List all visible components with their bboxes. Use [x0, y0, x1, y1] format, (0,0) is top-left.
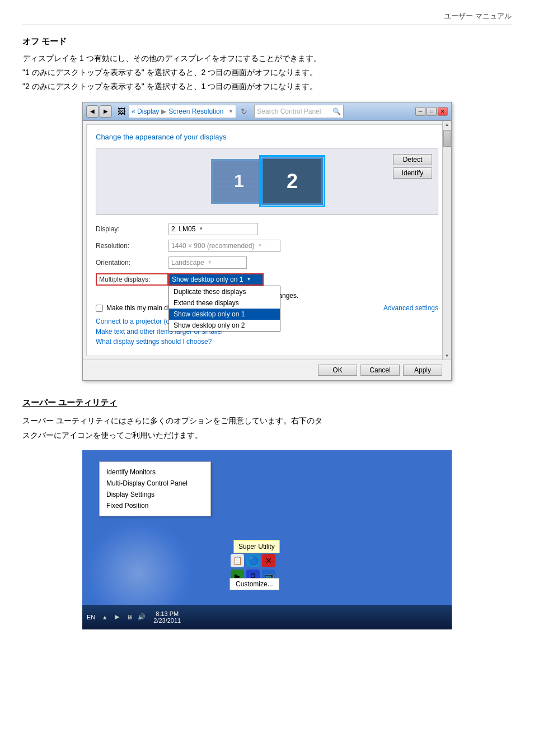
multiple-displays-label: Multiple displays: — [96, 273, 168, 286]
scrollbar-thumb[interactable] — [443, 130, 451, 147]
section1-text3: "2 のみにデスクトップを表示する" を選択すると、1 つ目の画面がオフになりま… — [22, 80, 512, 94]
search-icon[interactable]: 🔍 — [332, 108, 341, 115]
multiple-displays-menu: Duplicate these displays Extend these di… — [168, 286, 280, 332]
search-box: Search Control Panel 🔍 — [254, 105, 344, 118]
taskbar-language: EN — [87, 614, 95, 620]
back-button[interactable]: ◀ — [86, 105, 99, 118]
multiple-displays-selected[interactable]: Show desktop only on 1 ▼ — [168, 273, 264, 286]
identify-button[interactable]: Identify — [393, 167, 432, 179]
titlebar-left: ◀ ▶ 🖼 « Display ▶ Screen Resolution ▼ ↻ … — [86, 105, 344, 118]
tray-icon-3[interactable]: ✕ — [262, 554, 275, 567]
tray-icon-1[interactable]: 📋 — [231, 554, 244, 567]
taskbar-bottom: EN ▲ ▶ 🖥 🔊 8:13 PM 2/23/2011 — [82, 605, 452, 629]
orientation-value: Landscape — [171, 259, 204, 267]
section2-heading: スーパー ユーティリティ — [22, 398, 512, 408]
folder-icon: 🖼 — [118, 107, 125, 116]
search-placeholder: Search Control Panel — [257, 108, 321, 115]
display-settings-link[interactable]: What display settings should I choose? — [96, 338, 438, 346]
monitor-icons: 1 2 — [211, 157, 323, 205]
forward-button[interactable]: ▶ — [100, 105, 112, 118]
display-row: Display: 2. LM05 — [96, 223, 438, 235]
resolution-value: 1440 × 900 (recommended) — [171, 242, 254, 250]
orientation-control: Landscape ▼ — [168, 256, 247, 269]
taskbar-date: 2/23/2011 — [153, 617, 181, 624]
ok-button[interactable]: OK — [318, 365, 357, 376]
nav-buttons: ◀ ▶ — [86, 105, 112, 118]
monitors-area: 1 2 Detect Identify — [96, 148, 438, 215]
tray-row-1: 📋 🔵 ✕ — [231, 554, 275, 567]
taskbar-icon-1[interactable]: ▲ — [100, 612, 110, 622]
dialog-main-heading: Change the appearance of your displays — [96, 133, 438, 141]
breadcrumb-display: « Display — [132, 108, 159, 115]
dialog-content: Change the appearance of your displays 1… — [86, 124, 448, 357]
dropdown-item-duplicate[interactable]: Duplicate these displays — [169, 286, 280, 297]
section1-text2: "1 のみにデスクトップを表示する" を選択すると、2 つ目の画面がオフになりま… — [22, 66, 512, 80]
titlebar-controls: ─ □ ✕ — [415, 107, 448, 116]
dialog-body: Change the appearance of your displays 1… — [83, 121, 451, 360]
dropdown-arrow: ▼ — [246, 277, 251, 282]
menu-multi-display[interactable]: Multi-Display Control Panel — [106, 478, 204, 489]
close-button[interactable]: ✕ — [438, 107, 448, 116]
orientation-arrow: ▼ — [208, 260, 212, 265]
customize-button[interactable]: Customize... — [229, 578, 279, 590]
breadcrumb-resolution: Screen Resolution — [168, 108, 223, 115]
orientation-row: Orientation: Landscape ▼ — [96, 256, 438, 269]
display-value: 2. LM05 — [171, 225, 195, 233]
resolution-arrow: ▼ — [257, 243, 262, 248]
menu-fixed-position[interactable]: Fixed Position — [106, 500, 204, 511]
taskbar-icon-2[interactable]: ▶ — [112, 612, 122, 622]
orientation-label: Orientation: — [96, 259, 168, 267]
cancel-button[interactable]: Cancel — [360, 365, 400, 376]
refresh-icon[interactable]: ↻ — [241, 107, 247, 116]
dialog-titlebar: ◀ ▶ 🖼 « Display ▶ Screen Resolution ▼ ↻ … — [83, 102, 451, 121]
section1-text1: ディスプレイを 1 つ有効にし、その他のディスプレイをオフにすることができます。 — [22, 52, 512, 66]
section1-heading: オフ モード — [22, 36, 512, 47]
resolution-control: 1440 × 900 (recommended) ▼ — [168, 240, 280, 252]
screen-resolution-dialog: ◀ ▶ 🖼 « Display ▶ Screen Resolution ▼ ↻ … — [82, 102, 452, 381]
selected-value: Show desktop only on 1 — [172, 276, 243, 283]
breadcrumb-arrow[interactable]: ▼ — [228, 108, 233, 114]
detect-identify-buttons: Detect Identify — [393, 154, 432, 179]
super-utility-popup-menu: Identify Monitors Multi-Display Control … — [99, 461, 211, 516]
customize-area: Customize... — [229, 578, 279, 590]
display-label: Display: — [96, 225, 168, 233]
section1-text: ディスプレイを 1 つ有効にし、その他のディスプレイをオフにすることができます。… — [22, 52, 512, 94]
scrollbar[interactable]: ▲ ▼ — [442, 121, 451, 360]
scroll-up-button[interactable]: ▲ — [443, 121, 451, 129]
dropdown-item-show2[interactable]: Show desktop only on 2 — [169, 320, 280, 331]
scroll-down-button[interactable]: ▼ — [443, 352, 451, 360]
advanced-settings-link[interactable]: Advanced settings — [383, 304, 438, 312]
page-title: ユーザー マニュアル — [22, 11, 512, 25]
taskbar-clock: 8:13 PM 2/23/2011 — [151, 610, 181, 624]
taskbar-time: 8:13 PM — [153, 610, 181, 617]
apply-button[interactable]: Apply — [403, 365, 442, 376]
multiple-displays-dropdown-container: Show desktop only on 1 ▼ Duplicate these… — [168, 273, 264, 286]
dropdown-item-show1[interactable]: Show desktop only on 1 — [169, 309, 280, 320]
multiple-displays-row: Multiple displays: Show desktop only on … — [96, 273, 438, 286]
monitor-2-icon[interactable]: 2 — [261, 157, 323, 205]
minimize-button[interactable]: ─ — [415, 107, 425, 116]
display-dropdown[interactable]: 2. LM05 — [168, 223, 258, 235]
resolution-row: Resolution: 1440 × 900 (recommended) ▼ — [96, 240, 438, 252]
taskbar-popup-container: Identify Monitors Multi-Display Control … — [82, 450, 452, 629]
taskbar-icon-3[interactable]: 🖥 — [124, 612, 134, 622]
section2-text2: スクバーにアイコンを使ってご利用いただけます。 — [22, 428, 512, 442]
resolution-label: Resolution: — [96, 242, 168, 250]
section2-text1: スーパー ユーティリティにはさらに多くのオプションをご用意しています。右下のタ — [22, 414, 512, 428]
monitor-1-icon[interactable]: 1 — [211, 159, 267, 204]
menu-identify-monitors[interactable]: Identify Monitors — [106, 466, 204, 478]
breadcrumb-separator: ▶ — [161, 108, 166, 115]
detect-button[interactable]: Detect — [393, 154, 432, 165]
taskbar-icon-4[interactable]: 🔊 — [137, 612, 147, 622]
main-display-checkbox[interactable] — [96, 305, 103, 312]
menu-display-settings[interactable]: Display Settings — [106, 489, 204, 500]
dialog-footer: OK Cancel Apply — [83, 360, 451, 380]
monitor-2-label: 2 — [287, 170, 298, 193]
super-utility-label: Super Utility — [233, 540, 280, 553]
maximize-button[interactable]: □ — [427, 107, 437, 116]
dropdown-item-extend[interactable]: Extend these displays — [169, 297, 280, 309]
section2-text: スーパー ユーティリティにはさらに多くのオプションをご用意しています。右下のタ … — [22, 414, 512, 442]
tray-icon-2[interactable]: 🔵 — [246, 554, 260, 567]
breadcrumb-bar: « Display ▶ Screen Resolution ▼ — [129, 105, 236, 118]
